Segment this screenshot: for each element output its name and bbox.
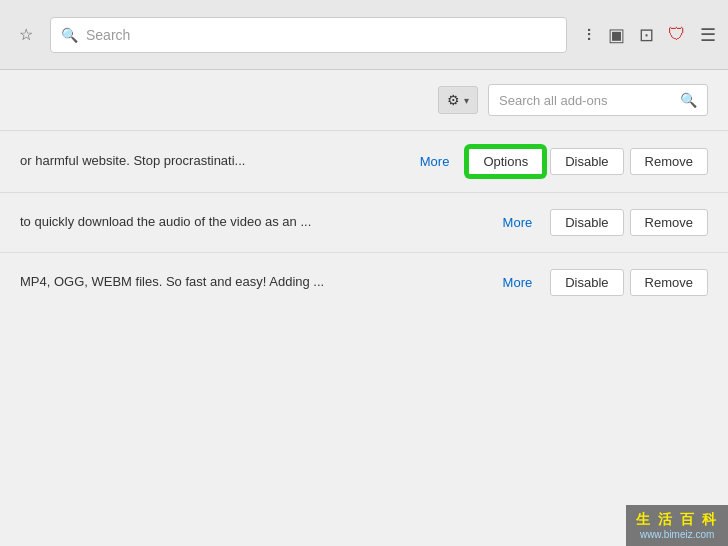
gear-arrow-icon: ▾	[464, 95, 469, 106]
more-link[interactable]: More	[420, 154, 450, 169]
star-icon[interactable]: ☆	[12, 21, 40, 49]
remove-button[interactable]: Remove	[630, 209, 708, 236]
shield-icon[interactable]: 🛡	[668, 24, 686, 45]
disable-button[interactable]: Disable	[550, 269, 623, 296]
gear-button[interactable]: ⚙ ▾	[438, 86, 478, 114]
addon-description: to quickly download the audio of the vid…	[20, 213, 503, 231]
main-content: ⚙ ▾ Search all add-ons 🔍 or harmful webs…	[0, 70, 728, 546]
screenshot-icon[interactable]: ⊡	[639, 24, 654, 46]
more-link[interactable]: More	[503, 275, 533, 290]
addon-description: or harmful website. Stop procrastinati..…	[20, 152, 420, 170]
search-addons-icon: 🔍	[680, 92, 697, 108]
bookmarks-icon[interactable]: ⫶	[585, 24, 594, 45]
reader-icon[interactable]: ▣	[608, 24, 625, 46]
watermark: 生 活 百 科 www.bimeiz.com	[626, 505, 728, 546]
disable-button[interactable]: Disable	[550, 148, 623, 175]
addons-toolbar: ⚙ ▾ Search all add-ons 🔍	[0, 70, 728, 130]
browser-toolbar-icons: ⫶ ▣ ⊡ 🛡 ☰	[585, 24, 716, 46]
options-button[interactable]: Options	[467, 147, 544, 176]
remove-button[interactable]: Remove	[630, 148, 708, 175]
addon-row: or harmful website. Stop procrastinati..…	[0, 130, 728, 192]
disable-button[interactable]: Disable	[550, 209, 623, 236]
search-addons-input[interactable]: Search all add-ons 🔍	[488, 84, 708, 116]
search-bar-text: Search	[86, 27, 130, 43]
more-link[interactable]: More	[503, 215, 533, 230]
addon-description: MP4, OGG, WEBM files. So fast and easy! …	[20, 273, 503, 291]
search-addons-placeholder: Search all add-ons	[499, 93, 607, 108]
watermark-title: 生 活 百 科	[636, 511, 718, 529]
search-icon: 🔍	[61, 27, 78, 43]
address-bar[interactable]: 🔍 Search	[50, 17, 567, 53]
browser-chrome: ☆ 🔍 Search ⫶ ▣ ⊡ 🛡 ☰	[0, 0, 728, 70]
remove-button[interactable]: Remove	[630, 269, 708, 296]
options-highlight-container: Options	[461, 147, 544, 176]
addon-row: to quickly download the audio of the vid…	[0, 192, 728, 252]
gear-icon: ⚙	[447, 92, 460, 108]
menu-icon[interactable]: ☰	[700, 24, 716, 46]
watermark-url: www.bimeiz.com	[636, 529, 718, 540]
addon-row: MP4, OGG, WEBM files. So fast and easy! …	[0, 252, 728, 312]
